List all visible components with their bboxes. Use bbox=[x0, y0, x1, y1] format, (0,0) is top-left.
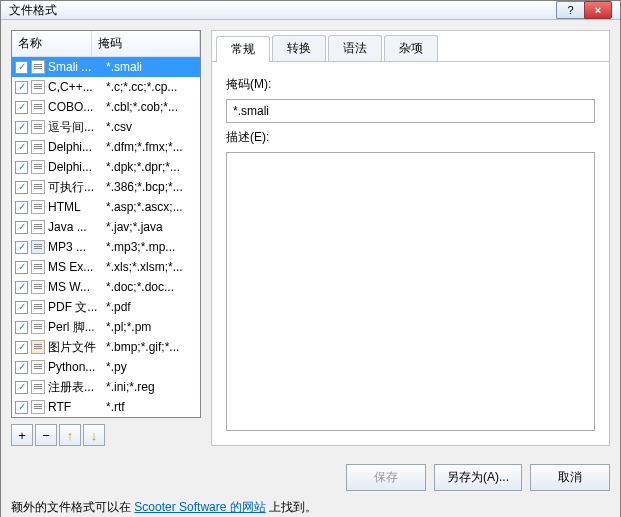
remove-button[interactable]: − bbox=[35, 424, 57, 446]
list-row[interactable]: 可执行...*.386;*.bcp;*... bbox=[12, 177, 200, 197]
list-row[interactable]: Delphi...*.dpk;*.dpr;*... bbox=[12, 157, 200, 177]
row-checkbox[interactable] bbox=[15, 101, 28, 114]
desc-textarea[interactable] bbox=[226, 152, 595, 431]
header-mask[interactable]: 掩码 bbox=[92, 31, 200, 56]
row-mask: *.pdf bbox=[106, 300, 197, 314]
row-name: MS Ex... bbox=[48, 260, 106, 274]
file-icon bbox=[31, 280, 45, 294]
row-name: 图片文件 bbox=[48, 339, 106, 356]
save-button[interactable]: 保存 bbox=[346, 464, 426, 491]
row-mask: *.bmp;*.gif;*... bbox=[106, 340, 197, 354]
list-row[interactable]: Smali ...*.smali bbox=[12, 57, 200, 77]
list-row[interactable]: RTF*.rtf bbox=[12, 397, 200, 417]
list-row[interactable]: Delphi...*.dfm;*.fmx;*... bbox=[12, 137, 200, 157]
list-row[interactable]: MP3 ...*.mp3;*.mp... bbox=[12, 237, 200, 257]
list-row[interactable]: 注册表...*.ini;*.reg bbox=[12, 377, 200, 397]
desc-label: 描述(E): bbox=[226, 129, 595, 146]
file-icon bbox=[31, 260, 45, 274]
list-row[interactable]: 图片文件*.bmp;*.gif;*... bbox=[12, 337, 200, 357]
list-row[interactable]: MS W...*.doc;*.doc... bbox=[12, 277, 200, 297]
tab-general[interactable]: 常规 bbox=[216, 36, 270, 62]
row-checkbox[interactable] bbox=[15, 361, 28, 374]
list-row[interactable]: MS Ex...*.xls;*.xlsm;*... bbox=[12, 257, 200, 277]
file-icon bbox=[31, 380, 45, 394]
row-checkbox[interactable] bbox=[15, 61, 28, 74]
list-row[interactable]: Java ...*.jav;*.java bbox=[12, 217, 200, 237]
row-checkbox[interactable] bbox=[15, 321, 28, 334]
row-name: RTF bbox=[48, 400, 106, 414]
add-button[interactable]: + bbox=[11, 424, 33, 446]
row-checkbox[interactable] bbox=[15, 281, 28, 294]
row-name: HTML bbox=[48, 200, 106, 214]
tab-body-general: 掩码(M): 描述(E): bbox=[212, 62, 609, 445]
dialog-window: 文件格式 ? × 名称 掩码 Smali ...*.smaliC,C++...*… bbox=[0, 0, 621, 517]
row-mask: *.dpk;*.dpr;*... bbox=[106, 160, 197, 174]
row-checkbox[interactable] bbox=[15, 241, 28, 254]
row-name: Java ... bbox=[48, 220, 106, 234]
row-checkbox[interactable] bbox=[15, 381, 28, 394]
row-mask: *.doc;*.doc... bbox=[106, 280, 197, 294]
row-name: C,C++... bbox=[48, 80, 106, 94]
row-checkbox[interactable] bbox=[15, 141, 28, 154]
dialog-body: 名称 掩码 Smali ...*.smaliC,C++...*.c;*.cc;*… bbox=[1, 20, 620, 456]
row-checkbox[interactable] bbox=[15, 201, 28, 214]
list-row[interactable]: 逗号间...*.csv bbox=[12, 117, 200, 137]
scooter-link[interactable]: Scooter Software 的网站 bbox=[134, 500, 265, 514]
list-row[interactable]: Perl 脚...*.pl;*.pm bbox=[12, 317, 200, 337]
close-window-button[interactable]: × bbox=[584, 1, 612, 19]
row-mask: *.py bbox=[106, 360, 197, 374]
row-checkbox[interactable] bbox=[15, 261, 28, 274]
cancel-button[interactable]: 取消 bbox=[530, 464, 610, 491]
format-list[interactable]: 名称 掩码 Smali ...*.smaliC,C++...*.c;*.cc;*… bbox=[11, 30, 201, 418]
list-row[interactable]: Python...*.py bbox=[12, 357, 200, 377]
tab-misc[interactable]: 杂项 bbox=[384, 35, 438, 61]
header-name[interactable]: 名称 bbox=[12, 31, 92, 56]
row-name: COBO... bbox=[48, 100, 106, 114]
row-name: MS W... bbox=[48, 280, 106, 294]
row-mask: *.jav;*.java bbox=[106, 220, 197, 234]
list-row[interactable]: PDF 文...*.pdf bbox=[12, 297, 200, 317]
move-down-button[interactable]: ↓ bbox=[83, 424, 105, 446]
row-checkbox[interactable] bbox=[15, 161, 28, 174]
file-icon bbox=[31, 60, 45, 74]
window-title: 文件格式 bbox=[9, 2, 556, 19]
file-icon bbox=[31, 400, 45, 414]
row-name: 注册表... bbox=[48, 379, 106, 396]
file-icon bbox=[31, 340, 45, 354]
list-row[interactable]: C,C++...*.c;*.cc;*.cp... bbox=[12, 77, 200, 97]
row-checkbox[interactable] bbox=[15, 401, 28, 414]
row-name: Perl 脚... bbox=[48, 319, 106, 336]
row-name: PDF 文... bbox=[48, 299, 106, 316]
save-as-button[interactable]: 另存为(A)... bbox=[434, 464, 522, 491]
mask-label: 掩码(M): bbox=[226, 76, 595, 93]
row-checkbox[interactable] bbox=[15, 221, 28, 234]
help-button[interactable]: ? bbox=[556, 1, 584, 19]
list-header: 名称 掩码 bbox=[12, 31, 200, 57]
file-icon bbox=[31, 200, 45, 214]
row-checkbox[interactable] bbox=[15, 121, 28, 134]
row-checkbox[interactable] bbox=[15, 301, 28, 314]
row-mask: *.pl;*.pm bbox=[106, 320, 197, 334]
file-icon bbox=[31, 100, 45, 114]
file-icon bbox=[31, 320, 45, 334]
row-mask: *.asp;*.ascx;... bbox=[106, 200, 197, 214]
list-row[interactable]: HTML*.asp;*.ascx;... bbox=[12, 197, 200, 217]
row-mask: *.xls;*.xlsm;*... bbox=[106, 260, 197, 274]
row-checkbox[interactable] bbox=[15, 341, 28, 354]
tab-convert[interactable]: 转换 bbox=[272, 35, 326, 61]
row-mask: *.386;*.bcp;*... bbox=[106, 180, 197, 194]
file-icon bbox=[31, 180, 45, 194]
mask-input[interactable] bbox=[226, 99, 595, 123]
list-toolbar: + − ↑ ↓ bbox=[11, 424, 201, 446]
list-row[interactable]: COBO...*.cbl;*.cob;*... bbox=[12, 97, 200, 117]
titlebar-buttons: ? × bbox=[556, 1, 612, 19]
row-mask: *.csv bbox=[106, 120, 197, 134]
row-checkbox[interactable] bbox=[15, 181, 28, 194]
tab-syntax[interactable]: 语法 bbox=[328, 35, 382, 61]
row-name: Delphi... bbox=[48, 160, 106, 174]
row-mask: *.smali bbox=[106, 60, 197, 74]
move-up-button[interactable]: ↑ bbox=[59, 424, 81, 446]
file-icon bbox=[31, 160, 45, 174]
row-checkbox[interactable] bbox=[15, 81, 28, 94]
row-name: Delphi... bbox=[48, 140, 106, 154]
